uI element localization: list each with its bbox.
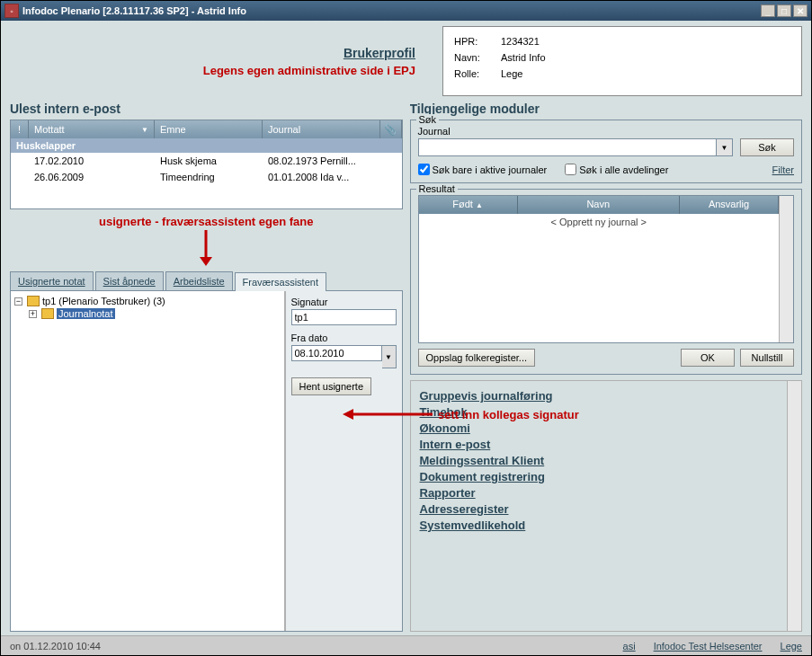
statusbar: on 01.12.2010 10:44 asi Infodoc Test Hel… — [1, 635, 811, 655]
date-dropdown-icon[interactable]: ▼ — [382, 345, 397, 368]
journal-dropdown-icon[interactable]: ▼ — [717, 138, 733, 156]
collapse-icon[interactable]: − — [14, 297, 22, 306]
rolle-label: Rolle: — [454, 66, 499, 81]
link-rapporter[interactable]: Rapporter — [420, 486, 779, 500]
search-legend: Søk — [416, 114, 440, 125]
search-fieldset: Søk Journal ▼ Søk Søk bare i aktive jour — [410, 120, 803, 183]
annot-tabs-note: usignerte - fraværsassistent egen fane — [10, 215, 403, 228]
email-section-title: Ulest intern e-post — [10, 102, 403, 116]
app-icon: ◦ — [4, 4, 19, 18]
modules-section-title: Tilgjengelige moduler — [410, 102, 803, 116]
link-systemvedlikehold[interactable]: Systemvedlikehold — [420, 519, 779, 532]
col-navn[interactable]: Navn — [518, 196, 681, 214]
tree-pane[interactable]: − tp1 (Plenario Testbruker) (3) + Journa… — [11, 291, 285, 631]
fra-dato-input[interactable] — [291, 345, 382, 361]
link-adresseregister[interactable]: Adresseregister — [420, 502, 779, 516]
result-grid[interactable]: Født ▲ Navn Ansvarlig < Opprett ny journ… — [419, 196, 780, 342]
profile-red-note: Legens egen administrative side i EPJ — [203, 64, 415, 77]
hpr-label: HPR: — [454, 34, 499, 49]
col-emne[interactable]: Emne — [155, 120, 263, 138]
result-scrollbar[interactable] — [779, 196, 793, 342]
chk-avdelinger-input[interactable] — [565, 164, 576, 175]
tab-arbeidsliste[interactable]: Arbeidsliste — [165, 271, 233, 290]
chk-aktive-journaler[interactable]: Søk bare i aktive journaler — [418, 164, 548, 175]
folkeregister-button[interactable]: Oppslag folkeregister... — [418, 349, 536, 367]
chk-alle-avdelinger[interactable]: Søk i alle avdelinger — [565, 164, 668, 175]
expand-icon[interactable]: + — [29, 310, 37, 318]
svg-marker-1 — [200, 257, 212, 266]
email-grid[interactable]: ! Mottatt▼ Emne Journal 📎 Huskelapper 17… — [10, 120, 403, 209]
result-legend: Resultat — [416, 183, 458, 194]
arrow-down-icon — [10, 228, 403, 268]
link-gruppevis-journalforing[interactable]: Gruppevis journalføring — [420, 389, 779, 403]
col-priority-icon[interactable]: ! — [11, 120, 29, 138]
filter-link[interactable]: Filter — [772, 164, 794, 175]
email-row[interactable]: 17.02.2010 Husk skjema 08.02.1973 Pernil… — [11, 153, 402, 169]
tab-fravarsassistent[interactable]: Fraværsassistent — [235, 272, 326, 291]
modules-scrollbar[interactable] — [787, 381, 801, 631]
folder-icon — [27, 296, 40, 306]
signatur-input[interactable] — [291, 309, 397, 325]
status-site-link[interactable]: Infodoc Test Helsesenter — [654, 641, 763, 652]
folder-icon — [41, 308, 54, 319]
tab-sist-apnede[interactable]: Sist åpnede — [95, 271, 164, 290]
status-user-link[interactable]: asi — [623, 641, 636, 652]
hent-usignerte-button[interactable]: Hent usignerte — [291, 377, 372, 395]
status-role-link[interactable]: Lege — [781, 641, 802, 652]
col-attach-icon[interactable]: 📎 — [380, 120, 402, 138]
nullstill-button[interactable]: Nullstill — [740, 349, 794, 367]
link-meldingssentral[interactable]: Meldingssentral Klient — [420, 454, 779, 467]
col-mottatt[interactable]: Mottatt▼ — [29, 120, 155, 138]
signatur-label: Signatur — [291, 297, 397, 307]
email-row[interactable]: 26.06.2009 Timeendring 01.01.2008 Ida v.… — [11, 169, 402, 185]
minimize-button[interactable]: _ — [761, 4, 775, 17]
profile-info-box: HPR:1234321 Navn:Astrid Info Rolle:Lege — [442, 26, 802, 96]
new-journal-row[interactable]: < Opprett ny journal > — [419, 214, 780, 230]
chk-aktive-input[interactable] — [418, 164, 430, 175]
result-fieldset: Resultat Født ▲ Navn Ansvarlig < Opprett… — [410, 189, 803, 375]
col-fodt[interactable]: Født ▲ — [419, 196, 518, 214]
navn-label: Navn: — [454, 50, 499, 65]
tab-usignerte-notat[interactable]: Usignerte notat — [10, 271, 94, 290]
link-dokument-registrering[interactable]: Dokument registrering — [420, 470, 779, 483]
journal-combo-input[interactable] — [418, 138, 718, 156]
tree-child[interactable]: + Journalnotat — [14, 307, 281, 320]
close-button[interactable]: ✕ — [793, 4, 808, 17]
ok-button[interactable]: OK — [681, 349, 735, 367]
rolle-value: Lege — [501, 66, 546, 81]
sok-button[interactable]: Søk — [740, 138, 794, 156]
tree-root[interactable]: − tp1 (Plenario Testbruker) (3) — [14, 295, 281, 307]
journal-label: Journal — [418, 126, 734, 137]
restore-button[interactable]: □ — [777, 4, 791, 17]
status-timestamp: on 01.12.2010 10:44 — [10, 641, 101, 652]
fra-dato-label: Fra dato — [291, 332, 397, 343]
titlebar: ◦ Infodoc Plenario [2.8.11117.36 SP2] - … — [1, 1, 811, 21]
navn-value: Astrid Info — [501, 50, 546, 65]
link-intern-epost[interactable]: Intern e-post — [420, 438, 779, 451]
link-okonomi[interactable]: Økonomi — [420, 421, 779, 435]
hpr-value: 1234321 — [501, 34, 546, 49]
col-ansvarlig[interactable]: Ansvarlig — [680, 196, 779, 214]
link-timebok[interactable]: Timebok — [420, 405, 779, 419]
col-journal[interactable]: Journal — [263, 120, 380, 138]
window-title: Infodoc Plenario [2.8.11117.36 SP2] - As… — [22, 5, 246, 16]
email-group-huskelapper[interactable]: Huskelapper — [11, 138, 402, 153]
profile-heading: Brukerprofil — [344, 46, 415, 60]
